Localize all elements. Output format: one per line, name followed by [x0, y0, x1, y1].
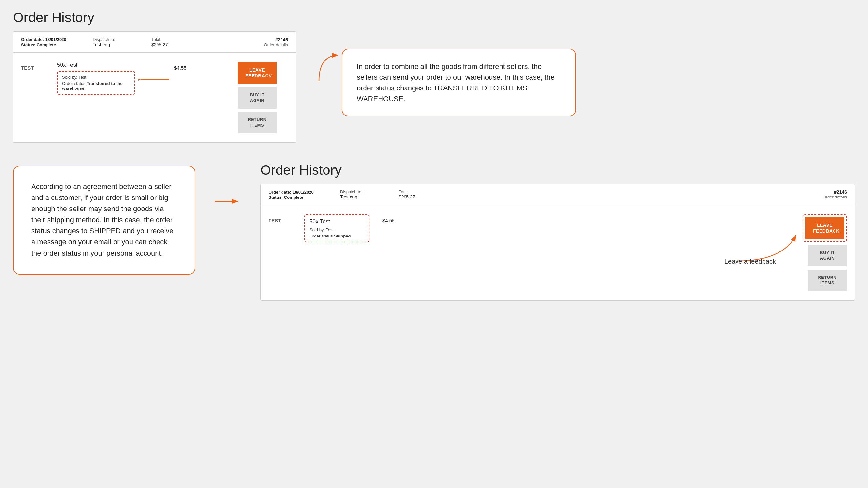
- top-dispatch-label: Dispatch to:: [93, 37, 138, 42]
- top-sold-by: Sold by: Test: [62, 75, 130, 80]
- bottom-order-status-prefix: Order status: [310, 234, 334, 238]
- top-order-history-block: Order History Order date: 18/01/2020 Sta…: [13, 10, 296, 143]
- bottom-order-details-link[interactable]: Order details: [451, 195, 847, 199]
- top-leave-feedback-button[interactable]: LEAVE FEEDBACK: [238, 62, 277, 84]
- top-dispatch-value: Test eng: [93, 42, 110, 47]
- bottom-total-label: Total:: [399, 189, 438, 194]
- top-item-details: 50x Test Sold by: Test Order status Tran…: [51, 62, 135, 95]
- top-item-order-status: Order status Transferred to the warehous…: [62, 81, 130, 91]
- top-total-value: $295.27: [151, 42, 168, 47]
- bottom-leave-feedback-button[interactable]: LEAVE FEEDBACK: [805, 217, 844, 239]
- bottom-item-details: 50x Test Sold by: Test Order status Ship…: [298, 215, 382, 242]
- bottom-item-dashed-box: 50x Test Sold by: Test Order status Ship…: [304, 215, 369, 242]
- bottom-page-title: Order History: [260, 162, 855, 178]
- bottom-buy-again-button[interactable]: BUY IT AGAIN: [808, 245, 847, 266]
- top-callout-arrow-area: [316, 29, 342, 89]
- bottom-feedback-arrow-area: Leave a feedback: [724, 225, 803, 265]
- bottom-order-history-block: Order History Order date: 18/01/2020 Sta…: [260, 162, 855, 301]
- bottom-order-item-row: TEST 50x Test Sold by: Test Order status…: [261, 205, 855, 300]
- bottom-total-value: $295.27: [399, 194, 415, 199]
- bottom-feedback-dashed-box: LEAVE FEEDBACK: [803, 215, 847, 242]
- top-order-num: #2146: [275, 37, 288, 42]
- top-order-header-left: Order date: 18/01/2020 Status: Complete: [21, 37, 80, 47]
- top-order-header: Order date: 18/01/2020 Status: Complete …: [13, 32, 296, 53]
- top-order-details-link[interactable]: Order details: [204, 42, 288, 47]
- top-buy-again-button[interactable]: BUY IT AGAIN: [238, 87, 277, 109]
- top-order-status: Status: Complete: [21, 42, 56, 47]
- bottom-callout-text: According to an agreement between a sell…: [31, 183, 174, 257]
- bottom-item-label: TEST: [269, 215, 298, 223]
- bottom-order-right: #2146 Order details: [451, 189, 847, 199]
- top-page-title: Order History: [13, 10, 296, 25]
- top-section: Order History Order date: 18/01/2020 Sta…: [13, 10, 855, 143]
- top-order-card: Order date: 18/01/2020 Status: Complete …: [13, 31, 296, 143]
- bottom-callout-box: According to an agreement between a sell…: [13, 166, 195, 274]
- top-order-item-row: TEST 50x Test Sold by: Test Order status…: [13, 53, 296, 142]
- top-item-label: TEST: [21, 62, 51, 71]
- top-item-name: 50x Test: [57, 62, 135, 68]
- top-order-right: #2146 Order details: [204, 37, 288, 47]
- bottom-order-date: Order date: 18/01/2020: [269, 190, 314, 195]
- bottom-section: According to an agreement between a sell…: [13, 162, 855, 301]
- bottom-order-status: Status: Complete: [269, 195, 303, 200]
- top-arrow-svg: [138, 75, 171, 85]
- bottom-order-header: Order date: 18/01/2020 Status: Complete …: [261, 184, 855, 205]
- top-item-actions: LEAVE FEEDBACK BUY IT AGAIN RETURN ITEMS: [207, 62, 288, 133]
- bottom-left-arrow-svg: [215, 195, 241, 208]
- bottom-return-items-button[interactable]: RETURN ITEMS: [808, 270, 847, 291]
- bottom-dispatch-label: Dispatch to:: [340, 189, 386, 194]
- top-total-label: Total:: [151, 37, 190, 42]
- bottom-order-total: Total: $295.27: [399, 189, 438, 199]
- top-callout-area: In order to combine all the goods from d…: [316, 29, 576, 117]
- top-return-items-button[interactable]: RETURN ITEMS: [238, 112, 277, 133]
- top-item-price: $4.55: [174, 62, 207, 71]
- bottom-order-num: #2146: [834, 189, 847, 195]
- top-order-date: Order date: 18/01/2020: [21, 37, 66, 42]
- bottom-order-dispatch: Dispatch to: Test eng: [340, 189, 386, 199]
- bottom-actions-area: Leave a feedback LEAVE FEEDBACK BUY IT A…: [803, 215, 847, 291]
- top-callout-arrow-svg: [316, 49, 342, 88]
- top-order-dispatch: Dispatch to: Test eng: [93, 37, 138, 47]
- bottom-left-arrow-area: [215, 162, 241, 208]
- bottom-order-header-left: Order date: 18/01/2020 Status: Complete: [269, 189, 327, 200]
- bottom-item-name: 50x Test: [310, 218, 364, 225]
- top-order-total: Total: $295.27: [151, 37, 190, 47]
- top-arrow-area: [135, 62, 174, 85]
- top-callout-text: In order to combine all the goods from d…: [357, 62, 555, 103]
- bottom-sold-by: Sold by: Test: [310, 227, 364, 232]
- top-item-dashed-box: Sold by: Test Order status Transferred t…: [57, 71, 135, 95]
- bottom-arrow-label: Leave a feedback: [724, 258, 776, 265]
- bottom-dispatch-value: Test eng: [340, 194, 358, 199]
- bottom-item-price: $4.55: [382, 215, 415, 223]
- bottom-item-order-status: Order status Shipped: [310, 234, 364, 238]
- bottom-order-status-value: Shipped: [334, 234, 350, 238]
- top-callout-box: In order to combine all the goods from d…: [342, 49, 576, 117]
- top-order-status-prefix: Order status: [62, 81, 87, 86]
- bottom-order-card: Order date: 18/01/2020 Status: Complete …: [260, 184, 855, 301]
